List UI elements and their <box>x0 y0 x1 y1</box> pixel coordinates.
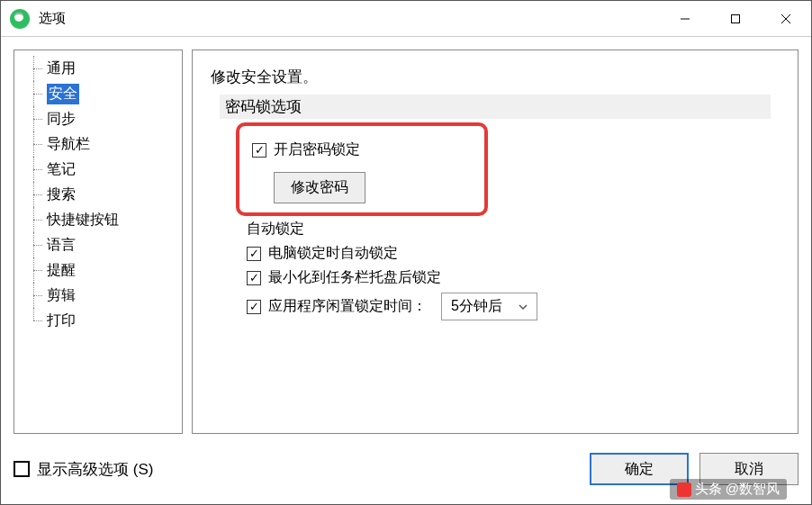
checkbox-icon <box>247 247 261 261</box>
sidebar: 通用 安全 同步 导航栏 笔记 搜索 快捷键按钮 语言 提醒 剪辑 打印 <box>14 50 183 434</box>
section-label-password: 密码锁选项 <box>220 95 771 119</box>
sidebar-item-security[interactable]: 安全 <box>14 81 182 106</box>
checkbox-icon <box>14 461 30 477</box>
options-window: 选项 通用 安全 同步 导航栏 笔记 搜索 快捷键按钮 语言 提醒 剪辑 打印 … <box>0 0 812 505</box>
checkbox-label: 最小化到任务栏托盘后锁定 <box>268 268 441 287</box>
app-icon <box>10 9 30 29</box>
checkbox-icon <box>252 143 266 158</box>
checkbox-lock-on-pc-lock[interactable]: 电脑锁定时自动锁定 <box>247 244 780 263</box>
titlebar: 选项 <box>1 1 811 37</box>
window-title: 选项 <box>39 10 66 27</box>
sidebar-item-general[interactable]: 通用 <box>14 56 182 81</box>
watermark: 头条 @数智风 <box>670 479 787 500</box>
svg-rect-1 <box>732 14 740 23</box>
window-controls <box>660 1 811 36</box>
checkbox-label: 开启密码锁定 <box>274 140 360 159</box>
content-area: 通用 安全 同步 导航栏 笔记 搜索 快捷键按钮 语言 提醒 剪辑 打印 修改安… <box>1 37 811 446</box>
chevron-down-icon <box>519 302 528 311</box>
minimize-button[interactable] <box>660 1 710 36</box>
auto-lock-heading: 自动锁定 <box>247 220 780 239</box>
sidebar-item-print[interactable]: 打印 <box>14 308 182 333</box>
checkbox-icon <box>247 300 261 314</box>
checkbox-lock-on-minimize[interactable]: 最小化到任务栏托盘后锁定 <box>247 268 780 287</box>
settings-panel: 修改安全设置。 密码锁选项 开启密码锁定 修改密码 自动锁定 电脑锁定时自动锁定… <box>192 50 798 434</box>
panel-heading: 修改安全设置。 <box>211 67 780 87</box>
checkbox-label: 电脑锁定时自动锁定 <box>268 244 398 263</box>
watermark-icon <box>677 482 691 497</box>
sidebar-item-notes[interactable]: 笔记 <box>14 157 182 182</box>
select-value: 5分钟后 <box>451 297 502 316</box>
idle-lock-select[interactable]: 5分钟后 <box>441 293 537 320</box>
checkbox-show-advanced[interactable]: 显示高级选项 (S) <box>14 459 153 480</box>
checkbox-label: 显示高级选项 (S) <box>37 459 153 480</box>
watermark-text: 头条 @数智风 <box>695 481 780 498</box>
sidebar-item-navbar[interactable]: 导航栏 <box>14 131 182 157</box>
checkbox-label: 应用程序闲置锁定时间： <box>268 297 427 316</box>
checkbox-enable-lock[interactable]: 开启密码锁定 <box>252 140 472 159</box>
change-password-button[interactable]: 修改密码 <box>274 172 365 203</box>
close-button[interactable] <box>761 1 811 36</box>
checkbox-icon <box>247 271 261 285</box>
checkbox-idle-lock[interactable]: 应用程序闲置锁定时间： 5分钟后 <box>247 293 780 320</box>
sidebar-item-shortcuts[interactable]: 快捷键按钮 <box>14 207 182 232</box>
maximize-button[interactable] <box>710 1 761 36</box>
sidebar-item-search[interactable]: 搜索 <box>14 182 182 207</box>
sidebar-item-clipping[interactable]: 剪辑 <box>14 283 182 308</box>
sidebar-item-sync[interactable]: 同步 <box>14 106 182 131</box>
highlight-box: 开启密码锁定 修改密码 <box>236 122 488 216</box>
sidebar-item-reminders[interactable]: 提醒 <box>14 257 182 283</box>
sidebar-item-language[interactable]: 语言 <box>14 232 182 257</box>
